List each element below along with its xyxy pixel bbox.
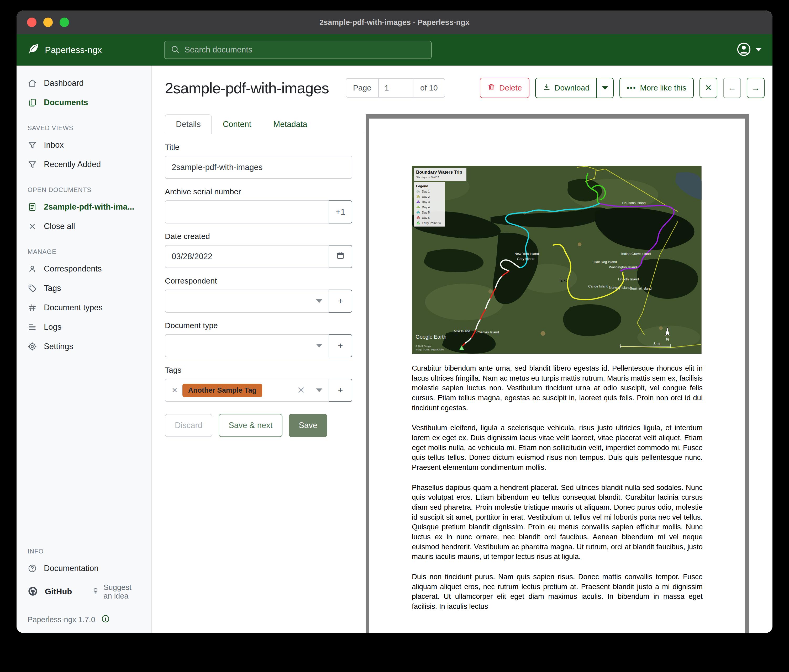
search-bar[interactable] <box>164 41 432 59</box>
sidebar-item-document-types[interactable]: Document types <box>16 298 151 317</box>
calendar-button[interactable] <box>329 245 352 268</box>
svg-text:N: N <box>666 337 669 342</box>
sidebar-item-suggest-idea[interactable]: Suggest an idea <box>91 583 140 600</box>
discard-button[interactable]: Discard <box>165 414 212 437</box>
app-window: 2sample-pdf-with-images - Paperless-ngx … <box>16 11 773 633</box>
page-number-input[interactable] <box>379 83 413 92</box>
asn-plus-one-button[interactable]: +1 <box>329 201 352 223</box>
chevron-down-icon <box>755 48 762 51</box>
legend-title: Legend <box>416 184 428 188</box>
sidebar-item-open-document[interactable]: 2sample-pdf-with-ima... <box>16 197 151 217</box>
info-circle-icon[interactable] <box>101 614 110 625</box>
download-button[interactable]: Download <box>536 78 596 97</box>
download-options-button[interactable] <box>596 78 613 97</box>
search-input[interactable] <box>185 45 425 54</box>
save-button[interactable]: Save <box>289 414 327 437</box>
save-and-next-button[interactable]: Save & next <box>219 414 283 437</box>
sidebar-item-close-all[interactable]: Close all <box>16 217 151 236</box>
navbar: Paperless-ngx <box>16 34 773 65</box>
island-label: Norway Island <box>609 286 631 290</box>
help-circle-icon <box>27 564 37 573</box>
calendar-icon <box>336 251 345 262</box>
download-split-button: Download <box>535 78 614 98</box>
chevron-down-icon <box>602 86 608 90</box>
sidebar-item-correspondents[interactable]: Correspondents <box>16 259 151 279</box>
island-label: New York Island <box>514 252 539 256</box>
sidebar-item-github[interactable]: GitHub <box>45 587 72 596</box>
sidebar-item-inbox[interactable]: Inbox <box>16 135 151 155</box>
tab-content[interactable]: Content <box>212 115 262 134</box>
sidebar-item-label: 2sample-pdf-with-ima... <box>44 202 134 212</box>
trash-icon <box>487 83 495 93</box>
island-label: Indian Grave Island <box>621 252 651 256</box>
sidebar-item-tags[interactable]: Tags <box>16 279 151 298</box>
map-figure: Hausons Island New York Island Gary Isla… <box>412 166 703 355</box>
github-icon <box>27 586 38 597</box>
sidebar-item-documentation[interactable]: Documentation <box>16 559 151 578</box>
arrow-left-icon: ← <box>728 83 736 93</box>
legend-label: Day 1 <box>422 190 430 193</box>
hash-icon <box>27 303 37 312</box>
sidebar-item-label: Tags <box>44 283 61 293</box>
sidebar-item-label: Settings <box>44 342 73 351</box>
map-subtitle: Six days in BWCA <box>416 176 440 179</box>
close-document-button[interactable]: ✕ <box>700 78 717 98</box>
main-content: 2sample-pdf-with-images Page of 10 Delet… <box>152 65 773 633</box>
filter-icon <box>27 140 37 150</box>
sidebar-item-label: Dashboard <box>44 78 84 88</box>
brand[interactable]: Paperless-ngx <box>27 43 164 57</box>
title-input[interactable] <box>172 162 345 172</box>
lightbulb-icon <box>91 587 100 597</box>
pdf-preview-pane[interactable]: Hausons Island New York Island Gary Isla… <box>366 115 749 633</box>
document-type-select[interactable] <box>165 334 329 357</box>
tab-details[interactable]: Details <box>165 115 212 134</box>
sidebar-section-info: INFO <box>16 536 151 559</box>
asn-field-label: Archive serial number <box>165 187 352 196</box>
sidebar-item-recently-added[interactable]: Recently Added <box>16 155 151 174</box>
tags-select[interactable]: ✕ Another Sample Tag ✕ <box>165 379 329 402</box>
add-correspondent-button[interactable]: + <box>329 290 352 313</box>
pdf-paragraph: Phasellus dapibus quam a hendrerit place… <box>412 483 703 562</box>
close-window-button[interactable] <box>27 18 37 27</box>
clear-tags-icon[interactable]: ✕ <box>297 385 305 396</box>
add-tag-button[interactable]: + <box>329 379 352 402</box>
search-icon <box>170 45 180 55</box>
sidebar-item-label: Documents <box>44 98 88 107</box>
sidebar-item-dashboard[interactable]: Dashboard <box>16 73 151 93</box>
remove-tag-icon[interactable]: ✕ <box>172 386 178 395</box>
correspondent-select[interactable] <box>165 290 329 313</box>
island-label: Charlies Island <box>476 330 499 334</box>
map-title: Boundary Waters Trip <box>416 170 462 175</box>
date-created-label: Date created <box>165 232 352 241</box>
sidebar-section-open-documents: OPEN DOCUMENTS <box>16 174 151 197</box>
pdf-paragraph: Curabitur bibendum ante urna, sed blandi… <box>412 363 703 412</box>
list-icon <box>27 322 37 332</box>
sidebar-item-logs[interactable]: Logs <box>16 317 151 337</box>
tag-chip[interactable]: Another Sample Tag <box>182 384 262 397</box>
boundary-waters-map: Hausons Island New York Island Gary Isla… <box>412 166 701 354</box>
map-text-annotation: Text <box>559 278 567 283</box>
next-document-button[interactable]: → <box>747 78 765 98</box>
file-text-icon <box>27 202 37 212</box>
asn-input[interactable] <box>172 207 322 217</box>
tab-metadata[interactable]: Metadata <box>262 115 318 134</box>
legend-label: Day 3 <box>422 201 430 204</box>
page-navigator: Page of 10 <box>346 78 445 97</box>
traffic-lights <box>27 18 69 27</box>
minimize-window-button[interactable] <box>43 18 53 27</box>
sidebar-item-label: Close all <box>44 221 75 231</box>
gear-icon <box>27 342 37 351</box>
sidebar-item-documents[interactable]: Documents <box>16 93 151 112</box>
legend-label: Entry Point 24 <box>422 221 441 225</box>
zoom-window-button[interactable] <box>59 18 69 27</box>
scale-label: 3 mi <box>653 341 660 346</box>
delete-button[interactable]: Delete <box>480 78 529 98</box>
sidebar-item-settings[interactable]: Settings <box>16 337 151 356</box>
previous-document-button[interactable]: ← <box>723 78 741 98</box>
island-label: Squirrel Island <box>630 287 652 290</box>
add-document-type-button[interactable]: + <box>329 334 352 357</box>
date-created-input[interactable] <box>172 252 322 261</box>
more-like-this-button[interactable]: ••• More like this <box>620 78 694 98</box>
titlebar: 2sample-pdf-with-images - Paperless-ngx <box>16 11 773 34</box>
user-menu[interactable] <box>736 42 762 58</box>
